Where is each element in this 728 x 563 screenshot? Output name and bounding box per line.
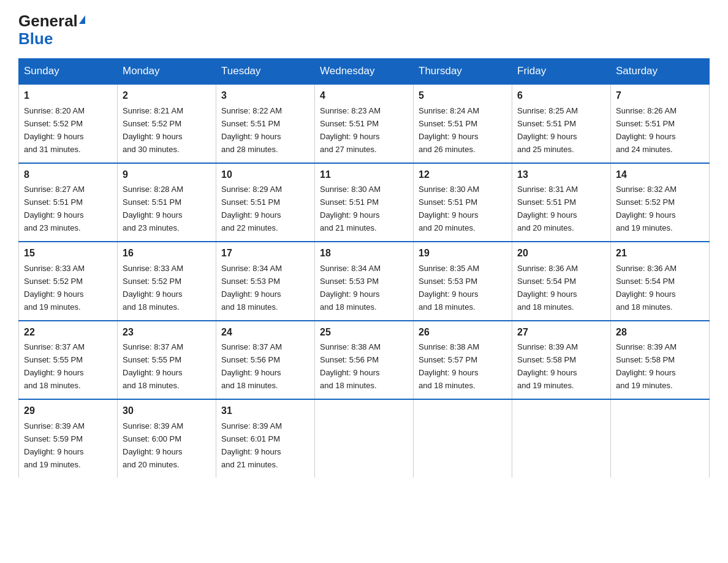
sunrise-info: Sunrise: 8:39 AMSunset: 6:01 PMDaylight:… <box>221 421 282 469</box>
sunrise-info: Sunrise: 8:36 AMSunset: 5:54 PMDaylight:… <box>616 264 677 312</box>
sunrise-info: Sunrise: 8:34 AMSunset: 5:53 PMDaylight:… <box>320 264 381 312</box>
calendar-cell: 31Sunrise: 8:39 AMSunset: 6:01 PMDayligh… <box>216 399 315 477</box>
calendar-cell: 12Sunrise: 8:30 AMSunset: 5:51 PMDayligh… <box>414 163 512 242</box>
logo-triangle-icon <box>79 15 85 24</box>
day-number: 13 <box>517 167 605 183</box>
day-number: 14 <box>616 167 704 183</box>
weekday-header-thursday: Thursday <box>414 59 512 85</box>
logo-blue: Blue <box>18 29 53 48</box>
sunrise-info: Sunrise: 8:21 AMSunset: 5:52 PMDaylight:… <box>123 106 183 154</box>
day-number: 28 <box>616 325 704 340</box>
sunrise-info: Sunrise: 8:31 AMSunset: 5:51 PMDaylight:… <box>517 185 578 232</box>
day-number: 16 <box>123 246 211 261</box>
day-number: 24 <box>221 325 309 340</box>
sunrise-info: Sunrise: 8:28 AMSunset: 5:51 PMDaylight:… <box>123 185 183 232</box>
calendar-cell: 8Sunrise: 8:27 AMSunset: 5:51 PMDaylight… <box>19 163 118 242</box>
calendar-cell <box>315 399 414 477</box>
sunrise-info: Sunrise: 8:36 AMSunset: 5:54 PMDaylight:… <box>517 264 578 312</box>
sunrise-info: Sunrise: 8:39 AMSunset: 6:00 PMDaylight:… <box>123 421 183 469</box>
day-number: 5 <box>419 88 507 104</box>
day-number: 21 <box>616 246 704 261</box>
sunrise-info: Sunrise: 8:22 AMSunset: 5:51 PMDaylight:… <box>221 106 282 154</box>
calendar-cell: 23Sunrise: 8:37 AMSunset: 5:55 PMDayligh… <box>118 321 216 399</box>
sunrise-info: Sunrise: 8:26 AMSunset: 5:51 PMDaylight:… <box>616 106 677 154</box>
sunrise-info: Sunrise: 8:39 AMSunset: 5:58 PMDaylight:… <box>616 342 677 390</box>
logo: GeneralBlue <box>18 12 85 47</box>
sunrise-info: Sunrise: 8:29 AMSunset: 5:51 PMDaylight:… <box>221 185 282 232</box>
sunrise-info: Sunrise: 8:20 AMSunset: 5:52 PMDaylight:… <box>24 106 85 154</box>
day-number: 7 <box>616 88 704 104</box>
day-number: 17 <box>221 246 309 261</box>
calendar-cell: 1Sunrise: 8:20 AMSunset: 5:52 PMDaylight… <box>19 84 118 163</box>
calendar-cell: 30Sunrise: 8:39 AMSunset: 6:00 PMDayligh… <box>118 399 216 477</box>
calendar-cell <box>512 399 611 477</box>
sunrise-info: Sunrise: 8:30 AMSunset: 5:51 PMDaylight:… <box>419 185 479 232</box>
calendar-cell: 22Sunrise: 8:37 AMSunset: 5:55 PMDayligh… <box>19 321 118 399</box>
sunrise-info: Sunrise: 8:25 AMSunset: 5:51 PMDaylight:… <box>517 106 578 154</box>
sunrise-info: Sunrise: 8:24 AMSunset: 5:51 PMDaylight:… <box>419 106 479 154</box>
sunrise-info: Sunrise: 8:34 AMSunset: 5:53 PMDaylight:… <box>221 264 282 312</box>
calendar-cell: 27Sunrise: 8:39 AMSunset: 5:58 PMDayligh… <box>512 321 611 399</box>
day-number: 4 <box>320 88 408 104</box>
sunrise-info: Sunrise: 8:32 AMSunset: 5:52 PMDaylight:… <box>616 185 677 232</box>
day-number: 18 <box>320 246 408 261</box>
sunrise-info: Sunrise: 8:39 AMSunset: 5:58 PMDaylight:… <box>517 342 578 390</box>
sunrise-info: Sunrise: 8:27 AMSunset: 5:51 PMDaylight:… <box>24 185 85 232</box>
calendar-cell: 25Sunrise: 8:38 AMSunset: 5:56 PMDayligh… <box>315 321 414 399</box>
weekday-header-friday: Friday <box>512 59 611 85</box>
day-number: 8 <box>24 167 112 183</box>
calendar-table: SundayMondayTuesdayWednesdayThursdayFrid… <box>18 58 710 477</box>
sunrise-info: Sunrise: 8:38 AMSunset: 5:56 PMDaylight:… <box>320 342 381 390</box>
day-number: 19 <box>419 246 507 261</box>
page-header: GeneralBlue <box>18 12 710 47</box>
calendar-cell: 10Sunrise: 8:29 AMSunset: 5:51 PMDayligh… <box>216 163 315 242</box>
day-number: 2 <box>123 88 211 104</box>
day-number: 25 <box>320 325 408 340</box>
day-number: 11 <box>320 167 408 183</box>
day-number: 9 <box>123 167 211 183</box>
weekday-header-wednesday: Wednesday <box>315 59 414 85</box>
calendar-cell: 14Sunrise: 8:32 AMSunset: 5:52 PMDayligh… <box>611 163 710 242</box>
weekday-header-monday: Monday <box>118 59 216 85</box>
calendar-cell: 7Sunrise: 8:26 AMSunset: 5:51 PMDaylight… <box>611 84 710 163</box>
calendar-cell: 29Sunrise: 8:39 AMSunset: 5:59 PMDayligh… <box>19 399 118 477</box>
calendar-cell: 19Sunrise: 8:35 AMSunset: 5:53 PMDayligh… <box>414 242 512 320</box>
weekday-header-sunday: Sunday <box>19 59 118 85</box>
day-number: 6 <box>517 88 605 104</box>
sunrise-info: Sunrise: 8:33 AMSunset: 5:52 PMDaylight:… <box>24 264 85 312</box>
day-number: 12 <box>419 167 507 183</box>
sunrise-info: Sunrise: 8:33 AMSunset: 5:52 PMDaylight:… <box>123 264 183 312</box>
week-row-5: 29Sunrise: 8:39 AMSunset: 5:59 PMDayligh… <box>19 399 710 477</box>
calendar-cell: 6Sunrise: 8:25 AMSunset: 5:51 PMDaylight… <box>512 84 611 163</box>
day-number: 31 <box>221 404 309 419</box>
calendar-cell: 3Sunrise: 8:22 AMSunset: 5:51 PMDaylight… <box>216 84 315 163</box>
sunrise-info: Sunrise: 8:39 AMSunset: 5:59 PMDaylight:… <box>24 421 85 469</box>
weekday-header-saturday: Saturday <box>611 59 710 85</box>
day-number: 1 <box>24 88 112 104</box>
calendar-cell: 11Sunrise: 8:30 AMSunset: 5:51 PMDayligh… <box>315 163 414 242</box>
week-row-1: 1Sunrise: 8:20 AMSunset: 5:52 PMDaylight… <box>19 84 710 163</box>
sunrise-info: Sunrise: 8:35 AMSunset: 5:53 PMDaylight:… <box>419 264 479 312</box>
calendar-cell: 26Sunrise: 8:38 AMSunset: 5:57 PMDayligh… <box>414 321 512 399</box>
sunrise-info: Sunrise: 8:37 AMSunset: 5:56 PMDaylight:… <box>221 342 282 390</box>
day-number: 27 <box>517 325 605 340</box>
sunrise-info: Sunrise: 8:37 AMSunset: 5:55 PMDaylight:… <box>123 342 183 390</box>
calendar-cell: 20Sunrise: 8:36 AMSunset: 5:54 PMDayligh… <box>512 242 611 320</box>
week-row-3: 15Sunrise: 8:33 AMSunset: 5:52 PMDayligh… <box>19 242 710 320</box>
day-number: 29 <box>24 404 112 419</box>
calendar-cell: 2Sunrise: 8:21 AMSunset: 5:52 PMDaylight… <box>118 84 216 163</box>
day-number: 22 <box>24 325 112 340</box>
calendar-cell: 15Sunrise: 8:33 AMSunset: 5:52 PMDayligh… <box>19 242 118 320</box>
weekday-header-tuesday: Tuesday <box>216 59 315 85</box>
sunrise-info: Sunrise: 8:37 AMSunset: 5:55 PMDaylight:… <box>24 342 85 390</box>
calendar-cell: 5Sunrise: 8:24 AMSunset: 5:51 PMDaylight… <box>414 84 512 163</box>
week-row-4: 22Sunrise: 8:37 AMSunset: 5:55 PMDayligh… <box>19 321 710 399</box>
calendar-cell: 16Sunrise: 8:33 AMSunset: 5:52 PMDayligh… <box>118 242 216 320</box>
weekday-header-row: SundayMondayTuesdayWednesdayThursdayFrid… <box>19 59 710 85</box>
day-number: 20 <box>517 246 605 261</box>
calendar-cell: 28Sunrise: 8:39 AMSunset: 5:58 PMDayligh… <box>611 321 710 399</box>
calendar-cell: 4Sunrise: 8:23 AMSunset: 5:51 PMDaylight… <box>315 84 414 163</box>
day-number: 3 <box>221 88 309 104</box>
day-number: 15 <box>24 246 112 261</box>
sunrise-info: Sunrise: 8:23 AMSunset: 5:51 PMDaylight:… <box>320 106 381 154</box>
